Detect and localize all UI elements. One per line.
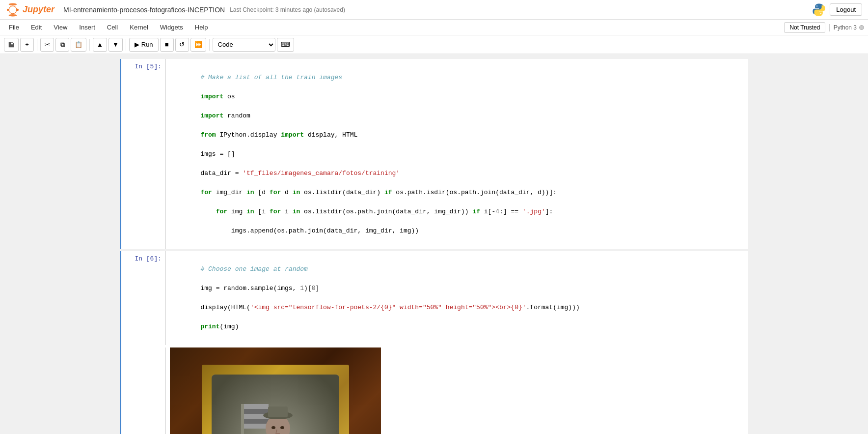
photo-output <box>165 347 748 434</box>
keyboard-shortcuts-button[interactable]: ⌨ <box>277 38 294 52</box>
menu-cell[interactable]: Cell <box>102 22 123 33</box>
photo-frame-inner <box>202 365 349 434</box>
notebook-title: MI-entrenamiento-procesos-fotograficos-I… <box>63 6 225 14</box>
save-icon <box>8 41 15 48</box>
import-names: display, HTML <box>304 131 357 139</box>
import-random: random <box>223 112 250 119</box>
svg-rect-14 <box>244 424 269 429</box>
kw-in-1: in <box>246 189 254 196</box>
add-cell-button[interactable]: + <box>20 38 34 52</box>
num-1: 1 <box>300 285 304 292</box>
svg-rect-10 <box>244 404 269 409</box>
append-line: imgs.append(os.path.join(data_dir, img_d… <box>200 227 419 234</box>
toolbar-separator-3 <box>126 39 126 51</box>
toolbar-separator <box>37 39 37 51</box>
for-loop-2a: img <box>227 208 246 215</box>
cell-type-select[interactable]: Code Markdown Raw NBConvert <box>213 38 275 52</box>
historical-photo <box>170 347 381 434</box>
save-button[interactable] <box>4 38 19 52</box>
svg-point-0 <box>9 3 17 5</box>
comment-line-1: # Make a list of all the train images <box>200 74 342 81</box>
run-icon: ▶ <box>135 41 139 48</box>
cell-5: In [5]: # Make a list of all the train i… <box>120 59 748 249</box>
data-dir-var: data_dir = <box>200 170 243 177</box>
for-loop-1e: os.path.isdir(os.path.join(data_dir, d))… <box>392 189 557 196</box>
img-assign-2: )[ <box>304 285 312 292</box>
run-button[interactable]: ▶ Run <box>129 38 159 52</box>
imgs-assign: imgs = [] <box>200 150 235 158</box>
menu-insert[interactable]: Insert <box>74 22 100 33</box>
kw-import-3: import <box>281 131 304 139</box>
main-content: In [5]: # Make a list of all the train i… <box>0 54 868 434</box>
from-module: IPython.display <box>216 131 281 139</box>
divider: | <box>828 23 830 32</box>
menu-file[interactable]: File <box>4 22 24 33</box>
cell-6-prompt: In [6]: <box>121 251 165 266</box>
svg-rect-22 <box>268 406 288 417</box>
checkpoint-info: Last Checkpoint: 3 minutes ago (autosave… <box>230 6 345 13</box>
photo-image-area <box>212 375 339 434</box>
svg-point-23 <box>271 426 275 429</box>
svg-rect-11 <box>244 409 269 414</box>
cell-5-input[interactable]: # Make a list of all the train images im… <box>165 59 748 249</box>
html-str: '<img src="tensorflow-for-poets-2/{0}" w… <box>250 304 526 311</box>
for-loop-2b: [i <box>254 208 270 215</box>
comment-choose: # Choose one image at random <box>200 265 307 273</box>
kw-for-4: for <box>270 208 281 215</box>
move-down-button[interactable]: ▼ <box>108 38 123 52</box>
interrupt-button[interactable]: ■ <box>160 38 174 52</box>
kw-if-1: if <box>384 189 392 196</box>
kw-for-2: for <box>270 189 281 196</box>
cut-button[interactable]: ✂ <box>40 38 54 52</box>
menu-edit[interactable]: Edit <box>26 22 47 33</box>
for-loop-2e: i[- <box>480 208 495 215</box>
num-4: 4 <box>495 208 499 215</box>
svg-point-6 <box>820 13 821 14</box>
format-call: .format(img))) <box>526 304 580 311</box>
logout-button[interactable]: Logout <box>830 3 862 16</box>
kw-if-2: if <box>472 208 480 215</box>
restart-run-button[interactable]: ⏩ <box>190 38 206 52</box>
svg-point-24 <box>280 426 284 429</box>
import-os: os <box>223 93 235 100</box>
cell-5-prompt: In [5]: <box>121 59 165 74</box>
kw-from: from <box>200 131 216 139</box>
copy-button[interactable]: ⧉ <box>55 38 69 52</box>
kw-import-1: import <box>200 93 223 100</box>
menu-help[interactable]: Help <box>190 22 213 33</box>
menu-view[interactable]: View <box>49 22 72 33</box>
svg-point-4 <box>9 6 17 14</box>
kw-in-3: in <box>246 208 254 215</box>
for-loop-2c: i <box>281 208 292 215</box>
restart-button[interactable]: ↺ <box>175 38 189 52</box>
kernel-status-indicator <box>859 25 864 30</box>
paste-button[interactable]: 📋 <box>71 38 86 52</box>
num-0: 0 <box>312 285 316 292</box>
menu-widgets[interactable]: Widgets <box>155 22 188 33</box>
for-loop-2d: os.listdir(os.path.join(data_dir, img_di… <box>300 208 472 215</box>
header: Jupyter MI-entrenamiento-procesos-fotogr… <box>0 0 868 20</box>
toolbar: + ✂ ⧉ 📋 ▲ ▼ ▶ Run ■ ↺ ⏩ Code Markdown Ra… <box>0 35 868 54</box>
print-call: (img) <box>219 323 239 330</box>
for-loop-1d: os.listdir(data_dir) <box>300 189 384 196</box>
cell-6-row: In [6]: # Choose one image at random img… <box>121 251 748 346</box>
trusted-area: Not Trusted | Python 3 <box>784 22 864 33</box>
svg-point-5 <box>816 5 817 6</box>
not-trusted-button[interactable]: Not Trusted <box>784 22 825 33</box>
img-assign: img = random.sample(imgs, <box>200 285 300 292</box>
menu-kernel[interactable]: Kernel <box>125 22 153 33</box>
kw-in-4: in <box>293 208 300 215</box>
cell-6-input[interactable]: # Choose one image at random img = rando… <box>165 251 748 346</box>
header-right: Logout <box>812 3 862 17</box>
toolbar-separator-2 <box>89 39 90 51</box>
svg-rect-13 <box>244 419 269 424</box>
kw-for-3: for <box>216 208 227 215</box>
move-up-button[interactable]: ▲ <box>93 38 107 52</box>
svg-point-1 <box>9 14 17 16</box>
for-loop-1b: [d <box>254 189 270 196</box>
kernel-info: Python 3 <box>834 24 864 31</box>
menubar: File Edit View Insert Cell Kernel Widget… <box>0 20 868 35</box>
jupyter-brand-label: Jupyter <box>23 4 54 15</box>
for-loop-2g: ]: <box>545 208 553 215</box>
cell-5-row: In [5]: # Make a list of all the train i… <box>121 59 748 249</box>
